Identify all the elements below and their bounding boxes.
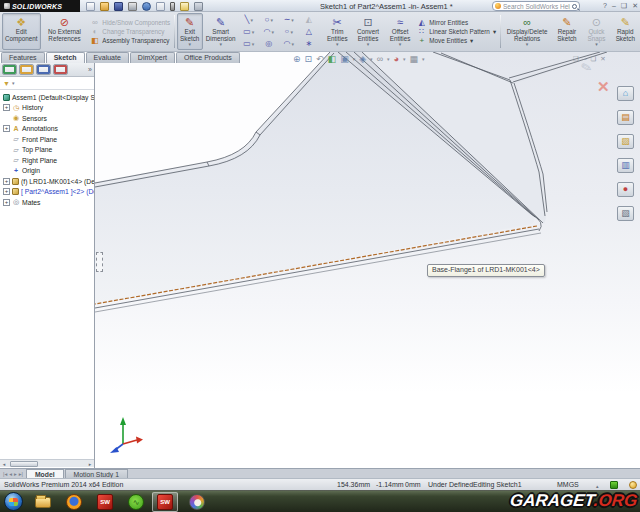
sketch-mirror-tool[interactable]: ◭ — [299, 14, 319, 26]
model-canvas[interactable] — [95, 52, 640, 468]
point-tool[interactable]: ∗ — [299, 38, 319, 50]
file-properties-icon[interactable] — [180, 2, 189, 11]
quick-tips-icon[interactable] — [610, 481, 618, 489]
tab-evaluate[interactable]: Evaluate — [86, 52, 129, 63]
view-orientation-icon[interactable]: ▣ — [340, 54, 349, 64]
expand-icon[interactable]: + — [3, 104, 10, 111]
display-delete-relations-button[interactable]: ∞ Display/Delete Relations ▾ — [503, 13, 552, 50]
units-selector[interactable]: MMGS — [557, 481, 579, 488]
trim-entities-button[interactable]: ✂ Trim Entities ▾ — [323, 13, 351, 50]
search-input[interactable]: Search SolidWorks Help — [503, 3, 570, 10]
offset-entities-button[interactable]: ≈ Offset Entities ▾ — [385, 13, 415, 50]
save-icon[interactable] — [114, 2, 123, 11]
propertymanager-tab[interactable] — [19, 64, 34, 75]
arc-b-tool[interactable]: ◠▾ — [279, 38, 299, 50]
tab-scroll-arrows[interactable]: |◂◂▸▸| — [0, 469, 26, 478]
tree-item-annotations[interactable]: + A Annotations — [0, 124, 94, 135]
rectangle-tool[interactable]: ▭▾ — [239, 26, 259, 38]
undo-icon[interactable] — [142, 2, 151, 11]
restore-button[interactable]: ❏ — [621, 1, 627, 11]
doc-minimize-icon[interactable]: – — [583, 55, 587, 63]
polygon-tool[interactable]: △ — [299, 26, 319, 38]
edit-component-button[interactable]: ❖ Edit Component — [2, 13, 41, 50]
hide-show-items-icon[interactable]: ∞ — [377, 54, 383, 64]
display-style-icon[interactable]: ◈ — [359, 54, 366, 64]
file-explorer-tab[interactable]: ▨ — [617, 134, 634, 149]
help-bulb-icon[interactable] — [629, 481, 637, 489]
tree-item-part2-assem1[interactable]: + [ Part2^Assem1 ]<2> (Defa — [0, 187, 94, 198]
tree-item-sensors[interactable]: ◉ Sensors — [0, 113, 94, 124]
tree-horizontal-scrollbar[interactable]: ◂ ▸ — [0, 459, 94, 467]
rebuild-icon[interactable] — [170, 2, 175, 11]
zoom-to-area-icon[interactable]: ⊡ — [305, 54, 313, 64]
quick-snaps-button[interactable]: ⊙ Quick Snaps ▾ — [582, 13, 610, 50]
tab-model[interactable]: Model — [26, 469, 64, 478]
slot-tool[interactable]: ▭▾ — [239, 38, 259, 50]
taskbar-firefox[interactable] — [61, 492, 87, 512]
solidworks-resources-tab[interactable]: ⌂ — [617, 86, 634, 101]
tree-item-assembly-root[interactable]: Assem1 (Default<Display State — [0, 92, 94, 103]
displaymanager-tab[interactable] — [53, 64, 68, 75]
overflow-chevron-icon[interactable]: » — [88, 66, 92, 73]
tab-dimxpert[interactable]: DimXpert — [130, 52, 175, 63]
arc-tool[interactable]: ◠▾ — [259, 26, 279, 38]
rapid-sketch-button[interactable]: ✎ Rapid Sketch — [611, 13, 640, 50]
print-icon[interactable] — [128, 2, 137, 11]
previous-view-icon[interactable]: ↶ — [316, 54, 324, 64]
select-icon[interactable] — [156, 2, 165, 11]
featuremanager-tree-tab[interactable] — [2, 64, 17, 75]
exit-sketch-button[interactable]: ✎ Exit Sketch ▾ — [177, 13, 203, 50]
zoom-to-fit-icon[interactable]: ⊕ — [293, 54, 301, 64]
taskbar-solidworks[interactable]: SW — [92, 492, 118, 512]
start-button[interactable] — [4, 492, 23, 511]
mirror-entities-button[interactable]: ◭ Mirror Entities — [417, 19, 496, 27]
units-caret-icon[interactable]: ▴ — [596, 483, 599, 489]
convert-entities-button[interactable]: ⊡ Convert Entities ▾ — [351, 13, 385, 50]
taskbar-solidworks-active[interactable]: SW — [152, 492, 178, 512]
configurationmanager-tab[interactable] — [36, 64, 51, 75]
tree-item-right-plane[interactable]: ▱ Right Plane — [0, 155, 94, 166]
design-library-tab[interactable]: ▤ — [617, 110, 634, 125]
repair-sketch-button[interactable]: ✎ Repair Sketch — [552, 13, 583, 50]
circle-tool[interactable]: ○▾ — [259, 14, 279, 26]
expand-icon[interactable]: + — [3, 199, 10, 206]
scroll-left-icon[interactable]: ◂ — [0, 461, 8, 467]
splitter-handle[interactable] — [96, 252, 103, 272]
taskbar-paint[interactable] — [184, 492, 210, 512]
change-transparency-button[interactable]: ◐ Change Transparency — [90, 28, 170, 36]
confirmation-corner-cancel-icon[interactable]: ✕ — [597, 78, 610, 96]
view-palette-tab[interactable]: ▥ — [617, 158, 634, 173]
close-button[interactable]: ✕ — [632, 1, 638, 11]
edit-appearance-icon[interactable]: ◕ — [394, 54, 399, 64]
spline-tool[interactable]: ∼▾ — [279, 14, 299, 26]
doc-close-icon[interactable]: ✕ — [600, 55, 605, 63]
tab-motion-study[interactable]: Motion Study 1 — [65, 469, 128, 478]
line-tool[interactable]: ╲▾ — [239, 14, 259, 26]
no-external-references-button[interactable]: ⊘ No External References — [41, 13, 89, 50]
minimize-button[interactable]: – — [612, 1, 616, 11]
tree-item-origin[interactable]: + Origin — [0, 166, 94, 177]
expand-icon[interactable]: + — [3, 188, 10, 195]
tree-item-history[interactable]: + ◷ History — [0, 103, 94, 114]
expand-icon[interactable]: + — [3, 178, 10, 185]
filter-dropdown-icon[interactable]: ▾ — [12, 80, 15, 86]
apply-scene-icon[interactable]: ▦ — [410, 54, 419, 64]
move-entities-button[interactable]: + Move Entities ▾ — [417, 37, 496, 45]
open-icon[interactable] — [100, 2, 109, 11]
appearances-tab[interactable]: ● — [617, 182, 634, 197]
tree-item-mates[interactable]: + ◎ Mates — [0, 197, 94, 208]
search-icon[interactable] — [572, 4, 577, 9]
search-box[interactable]: Search SolidWorks Help — [492, 1, 580, 11]
smart-dimension-button[interactable]: ✎ Smart Dimension ▾ — [203, 13, 239, 50]
taskbar-spotify[interactable]: ∿ — [123, 492, 149, 512]
hide-show-components-button[interactable]: ∞ Hide/Show Components — [90, 19, 170, 27]
tab-sketch[interactable]: Sketch — [46, 52, 85, 63]
tree-filter-bar[interactable]: ▼ ▾ — [0, 77, 94, 90]
circle-b-tool[interactable]: ◎ — [259, 38, 279, 50]
tree-item-top-plane[interactable]: ▱ Top Plane — [0, 145, 94, 156]
graphics-viewport[interactable]: ⊕ ⊡ ↶ ◧ ▣ ▾ ◈ ▾ ∞ ▾ ◕ ▾ ▦ ▾ ❏ – ❏ ✕ ✎ ✕ … — [95, 52, 640, 468]
scroll-right-icon[interactable]: ▸ — [86, 461, 94, 467]
assembly-transparency-button[interactable]: ◧ Assembly Transparency — [90, 37, 170, 45]
custom-properties-tab[interactable]: ▧ — [617, 206, 634, 221]
section-view-icon[interactable]: ◧ — [328, 54, 337, 64]
